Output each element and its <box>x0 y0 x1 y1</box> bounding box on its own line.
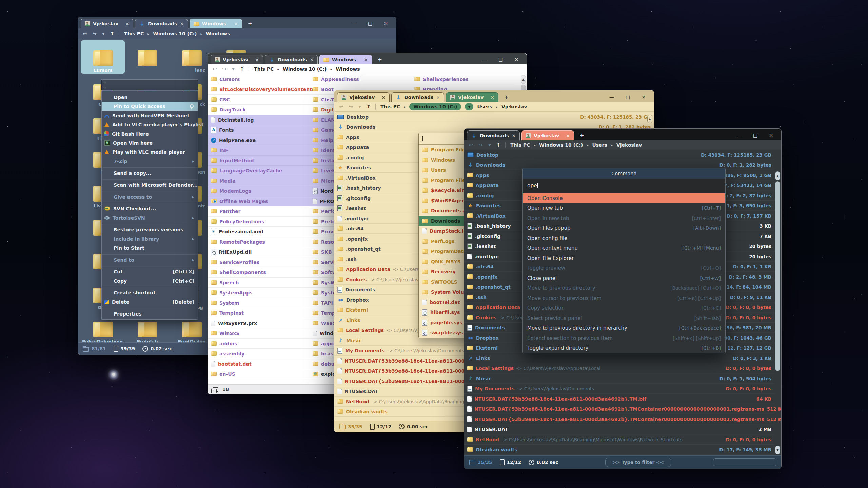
file-row[interactable]: Offline Web Pages <box>208 196 310 206</box>
type-to-filter-button[interactable]: >> Type to filter << <box>605 458 671 467</box>
minimize-button[interactable]: — <box>352 21 356 26</box>
minimize-button[interactable]: — <box>609 94 614 100</box>
file-row[interactable]: Desktop D: 43034, F: 125185, 23 GB <box>334 112 654 122</box>
new-tab-button[interactable]: + <box>244 20 256 27</box>
forward-button[interactable]: ↪ <box>93 30 97 37</box>
scrollbar[interactable]: ▲ ▼ <box>775 171 781 454</box>
context-menu-item[interactable]: Scan with Microsoft Defender... ▶ <box>102 180 198 189</box>
new-tab-button[interactable]: + <box>576 132 588 139</box>
file-row[interactable]: ShellComponents <box>208 267 310 278</box>
tab[interactable]: Vjekoslav × <box>81 19 133 28</box>
context-menu-item[interactable]: Delete [Delete] ▶ <box>102 297 198 306</box>
file-row[interactable]: assembly <box>208 349 310 359</box>
context-menu-filter-input[interactable] <box>101 80 198 90</box>
file-row[interactable]: ModemLogs <box>208 186 310 196</box>
file-row[interactable]: RtlExUpd.dll <box>208 247 310 257</box>
command-item[interactable]: Open new tab [Ctrl+T] <box>523 203 725 214</box>
tab-close-icon[interactable]: × <box>125 21 129 26</box>
file-row[interactable]: TempInst <box>208 308 310 318</box>
minimize-button[interactable]: — <box>737 133 742 138</box>
minimize-button[interactable]: — <box>482 57 487 62</box>
command-item[interactable]: Toggle expand directory [Ctrl+B] <box>523 343 725 353</box>
command-item[interactable]: Open in new tab [Ctrl+Enter] <box>523 213 725 223</box>
close-button[interactable]: × <box>514 57 518 62</box>
maximize-button[interactable]: □ <box>498 57 503 62</box>
file-row[interactable]: CSC <box>208 95 310 105</box>
tab[interactable]: Windows × <box>190 19 242 28</box>
file-row[interactable]: HelpPane.exe <box>208 135 310 145</box>
file-row[interactable]: Professional.xml <box>208 227 310 237</box>
close-button[interactable]: × <box>642 94 646 100</box>
command-item[interactable]: Move to previous directory [Backspace] [… <box>523 283 725 293</box>
scroll-up-icon[interactable]: ▲ <box>647 115 652 123</box>
breadcrumb-segment[interactable]: Windows 10 (C:) ▸ <box>283 66 332 72</box>
file-row[interactable]: PolicyDefinitions <box>208 217 310 227</box>
breadcrumb-segment[interactable]: Windows ▸ <box>206 31 230 36</box>
file-row[interactable]: RemotePackages <box>208 237 310 247</box>
up-directory-button[interactable]: ↑ <box>240 66 244 72</box>
context-menu-item[interactable]: Play with VLC media player ▶ <box>102 147 198 157</box>
file-row[interactable]: SystemApps <box>208 288 310 298</box>
tab-close-icon[interactable]: × <box>381 95 386 100</box>
back-button[interactable]: ↩ <box>83 30 87 37</box>
maximize-button[interactable]: □ <box>626 94 630 100</box>
tab-close-icon[interactable]: × <box>234 21 238 26</box>
breadcrumb-segment[interactable]: ▾ ▸ <box>465 103 473 110</box>
file-row[interactable]: DtcInstall.log <box>208 115 310 125</box>
breadcrumb-segment[interactable]: This PC ▸ <box>254 66 279 72</box>
context-menu-item[interactable]: TortoiseSVN ▶ <box>102 213 198 222</box>
context-menu-item[interactable]: Open ▶ <box>102 93 198 102</box>
context-menu-item[interactable]: Give access to ▶ <box>102 192 198 201</box>
forward-button[interactable]: ↪ <box>222 66 227 72</box>
context-menu-item[interactable]: Send to ▶ <box>102 255 198 264</box>
filter-input[interactable] <box>713 458 776 466</box>
file-row[interactable]: en-US <box>208 369 310 379</box>
file-row[interactable]: Fonts <box>208 125 310 135</box>
forward-button[interactable]: ↪ <box>479 142 483 148</box>
file-row[interactable]: WinSxS <box>208 328 310 339</box>
tab[interactable]: Downloads × <box>467 130 520 140</box>
file-row[interactable]: addins <box>208 339 310 349</box>
up-directory-button[interactable]: ↑ <box>110 30 115 37</box>
context-menu-item[interactable]: Add to VLC media player's Playlist ▶ <box>102 120 198 129</box>
command-item[interactable]: Copy selection [Ctrl+C] <box>523 303 725 313</box>
tab[interactable]: Vjekoslav × <box>521 130 574 140</box>
command-input[interactable]: ope <box>523 179 725 193</box>
close-button[interactable]: × <box>769 133 773 138</box>
tab[interactable]: Downloads × <box>391 92 444 102</box>
context-menu-item[interactable]: Send a copy... ▶ <box>102 168 198 178</box>
scrollbar-thumb[interactable] <box>775 181 780 371</box>
file-row[interactable]: LanguageOverlayCache <box>208 166 310 176</box>
context-menu-item[interactable]: Pin to Quick access ▶ <box>102 102 198 111</box>
file-row[interactable]: NTUSER.DAT 2 MB <box>464 424 774 434</box>
command-item[interactable]: Select previous panel [Shift+Tab] <box>523 313 725 323</box>
tab-close-icon[interactable]: × <box>255 57 259 62</box>
file-row[interactable]: ServiceProfiles <box>208 257 310 267</box>
file-row[interactable]: Obsidian vaults D: 17, F: 149, 38 MB <box>464 445 774 455</box>
file-row[interactable]: ShellExperiences <box>411 74 513 84</box>
context-menu-item[interactable]: Pin to Start ▶ <box>102 243 198 252</box>
context-menu-item[interactable]: Include in library ▶ <box>102 234 198 243</box>
file-row[interactable]: Speech <box>208 278 310 288</box>
command-item[interactable]: Extend selection to previous item [Shift… <box>523 333 725 343</box>
up-directory-button[interactable]: ↑ <box>367 104 371 110</box>
tab-close-icon[interactable]: × <box>310 57 314 62</box>
scroll-down-icon[interactable]: ▼ <box>775 446 780 454</box>
scroll-up-icon[interactable]: ▲ <box>775 171 780 180</box>
tab[interactable]: Downloads × <box>265 55 318 64</box>
back-button[interactable]: ↩ <box>213 66 217 72</box>
file-row[interactable]: DiagTrack <box>208 105 310 115</box>
breadcrumb-segment[interactable]: Windows 10 (C:) ▸ <box>539 142 588 148</box>
context-menu-item[interactable]: Create shortcut ▶ <box>102 288 198 297</box>
breadcrumb-segment[interactable]: This PC ▸ <box>380 104 406 109</box>
file-row[interactable]: Cursors <box>208 74 310 84</box>
breadcrumb-segment[interactable]: Users ▸ <box>592 142 612 148</box>
file-row[interactable]: bootstat.dat <box>208 359 310 369</box>
breadcrumb-segment[interactable]: Vjekoslav ▸ <box>501 104 527 109</box>
command-item[interactable]: Toggle preview [Ctrl+Q] <box>523 263 725 273</box>
history-dropdown-icon[interactable]: ▾ <box>102 30 105 37</box>
file-row[interactable]: NetHood C:\Users\Vjekoslav\AppData\Roami… <box>464 434 774 445</box>
command-item[interactable]: Open Console <box>523 193 725 203</box>
file-row[interactable]: My Documents C:\Users\Vjekoslav\Document… <box>464 384 774 394</box>
tab-close-icon[interactable]: × <box>436 95 440 100</box>
